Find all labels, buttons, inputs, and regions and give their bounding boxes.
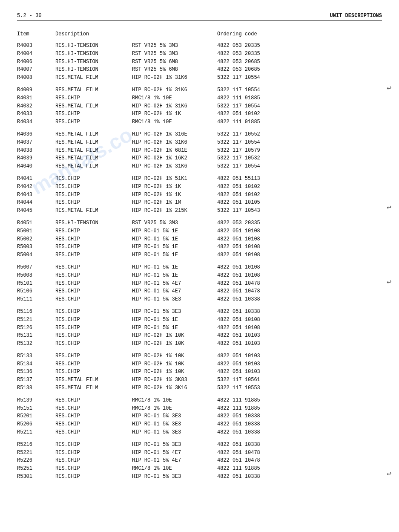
row-item: R5226 — [17, 457, 55, 464]
row-ordering-code: 4822 051 10108 — [217, 324, 285, 332]
table-row: R4044RES.CHIPHIP RC-02H 1% 1M4822 051 10… — [17, 199, 382, 207]
table-row: R4043RES.CHIPHIP RC-02H 1% 1K4822 051 10… — [17, 191, 382, 199]
row-description: RES.METAL FILM — [55, 155, 132, 162]
row-ordering-code: 4822 051 10108 — [217, 316, 285, 324]
row-ordering-code: 5322 117 10561 — [217, 376, 285, 384]
table-row: R4033RES.CHIPHIP RC-02H 1% 1K4822 051 10… — [17, 110, 382, 118]
row-item: R5134 — [17, 361, 55, 368]
row-ordering-code: 4822 051 10478 — [217, 449, 285, 457]
row-description: RES.CHIP — [55, 95, 132, 102]
row-description: RES.HI-TENSION — [55, 58, 132, 66]
row-description: RES.CHIP — [55, 199, 132, 206]
row-ordering-code: 4822 051 10478 — [217, 280, 285, 287]
row-item: R4038 — [17, 147, 55, 154]
table-row: R5251RES.CHIPRMC1/8 1% 10E4822 111 91885 — [17, 465, 382, 473]
row-item: R5251 — [17, 465, 55, 472]
table-row: R4034RES.CHIPRMC1/8 1% 10E4822 111 91885 — [17, 118, 382, 126]
table-row: R5221RES.CHIPHIP RC-01 5% 4E74822 051 10… — [17, 449, 382, 457]
table-group: R4036RES.METAL FILMHIP RC-02H 1% 316E532… — [17, 130, 382, 171]
row-spec: HIP RC-02H 1% 3K16 — [132, 385, 217, 392]
table-row: R5004RES.CHIPHIP RC-01 5% 1E4822 051 101… — [17, 251, 382, 259]
row-spec: HIP RC-02H 1% 681E — [132, 147, 217, 154]
row-item: R4041 — [17, 175, 55, 182]
row-item: R4007 — [17, 66, 55, 73]
row-description: RES.HI-TENSION — [55, 42, 132, 49]
row-ordering-code: 4822 051 10103 — [217, 368, 285, 376]
row-spec: HIP RC-01 5% 1E — [132, 324, 217, 332]
row-ordering-code: 4822 051 10338 — [217, 429, 285, 436]
table-row: R4032RES.METAL FILMHIP RC-02H 1% 31K6532… — [17, 102, 382, 110]
row-ordering-code: 5322 117 10579 — [217, 147, 285, 154]
row-item: R5301 — [17, 473, 55, 480]
row-ordering-code: 4822 051 10338 — [217, 413, 285, 420]
row-ordering-code: 5322 117 10543 — [217, 207, 285, 214]
row-spec: HIP RC-02H 1% 10K — [132, 340, 217, 347]
row-spec: RST VR25 5% 3M3 — [132, 42, 217, 49]
row-item: R4036 — [17, 131, 55, 138]
row-item: R4040 — [17, 163, 55, 170]
row-item: R4031 — [17, 95, 55, 102]
row-item: R5116 — [17, 308, 55, 315]
row-ordering-code: 4822 111 91885 — [217, 119, 285, 126]
row-spec: RMC1/8 1% 10E — [132, 95, 217, 102]
row-ordering-code: 4822 053 20685 — [217, 66, 285, 73]
row-item: R5151 — [17, 405, 55, 412]
row-spec: RST VR25 5% 6M8 — [132, 66, 217, 73]
row-item: R5008 — [17, 272, 55, 279]
row-spec: HIP RC-02H 1% 10K — [132, 361, 217, 368]
row-description: RES.CHIP — [55, 449, 132, 457]
table-row: R5216RES.CHIPHIP RC-01 5% 3E34822 051 10… — [17, 441, 382, 449]
row-ordering-code: 5322 117 10554 — [217, 87, 285, 94]
row-ordering-code: 4822 111 91885 — [217, 465, 285, 472]
row-spec: HIP RC-01 5% 1E — [132, 228, 217, 235]
table-row: R4040RES.METAL FILMHIP RC-02H 1% 31K6532… — [17, 162, 382, 171]
table-row: R5001RES.CHIPHIP RC-01 5% 1E4822 051 101… — [17, 227, 382, 235]
row-ordering-code: 5322 117 10554 — [217, 139, 285, 146]
row-item: R5101 — [17, 280, 55, 287]
row-item: R4042 — [17, 183, 55, 191]
row-item: R5111 — [17, 296, 55, 303]
row-spec: HIP RC-01 5% 3E3 — [132, 296, 217, 303]
row-item: R4003 — [17, 42, 55, 49]
row-ordering-code: 4822 053 20335 — [217, 42, 285, 49]
row-spec: HIP RC-01 5% 3E3 — [132, 421, 217, 428]
table-row: R4042RES.CHIPHIP RC-02H 1% 1K4822 051 10… — [17, 183, 382, 191]
row-ordering-code: 5322 117 10554 — [217, 103, 285, 110]
row-spec: HIP RC-01 5% 1E — [132, 252, 217, 259]
row-spec: HIP RC-02H 1% 1M — [132, 199, 217, 206]
row-description: RES.CHIP — [55, 110, 132, 118]
row-ordering-code: 4822 051 55113 — [217, 175, 285, 182]
row-item: R5221 — [17, 449, 55, 457]
row-item: R5003 — [17, 243, 55, 251]
row-item: R5126 — [17, 324, 55, 332]
row-spec: HIP RC-01 5% 1E — [132, 272, 217, 279]
row-spec: HIP RC-02H 1% 51K1 — [132, 175, 217, 182]
row-spec: HIP RC-01 5% 1E — [132, 264, 217, 271]
row-ordering-code: 4822 051 10108 — [217, 252, 285, 259]
row-ordering-code: 5322 117 10553 — [217, 385, 285, 392]
row-description: RES.HI-TENSION — [55, 220, 132, 227]
row-item: R5004 — [17, 252, 55, 259]
row-ordering-code: 4822 051 10105 — [217, 199, 285, 206]
row-spec: RMC1/8 1% 10E — [132, 405, 217, 412]
row-description: RES.CHIP — [55, 413, 132, 420]
row-spec: HIP RC-02H 1% 215K — [132, 207, 217, 214]
table-row: R4037RES.METAL FILMHIP RC-02H 1% 31K6532… — [17, 139, 382, 147]
row-ordering-code: 5322 117 10552 — [217, 131, 285, 138]
row-description: RES.CHIP — [55, 264, 132, 271]
row-ordering-code: 4822 051 10338 — [217, 308, 285, 315]
row-spec: HIP RC-02H 1% 10K — [132, 332, 217, 339]
table-row: R4008RES.METAL FILMHIP RC-02H 1% 31K6532… — [17, 74, 382, 82]
row-spec: HIP RC-02H 1% 10K — [132, 353, 217, 360]
table-row: R5206RES.CHIPHIP RC-01 5% 3E34822 051 10… — [17, 420, 382, 428]
row-ordering-code: 4822 053 20335 — [217, 50, 285, 58]
table-row: R5138RES.METAL FILMHIP RC-02H 1% 3K16532… — [17, 384, 382, 392]
row-description: RES.CHIP — [55, 457, 132, 464]
row-spec: HIP RC-02H 1% 31K6 — [132, 103, 217, 110]
row-description: RES.CHIP — [55, 368, 132, 376]
row-spec: HIP RC-02H 1% 31K6 — [132, 74, 217, 81]
scroll-indicator-3: ↩ — [387, 277, 391, 286]
row-spec: HIP RC-01 5% 3E3 — [132, 413, 217, 420]
row-spec: HIP RC-02H 1% 31K6 — [132, 139, 217, 146]
table-row: R4051RES.HI-TENSIONRST VR25 5% 3M34822 0… — [17, 219, 382, 227]
